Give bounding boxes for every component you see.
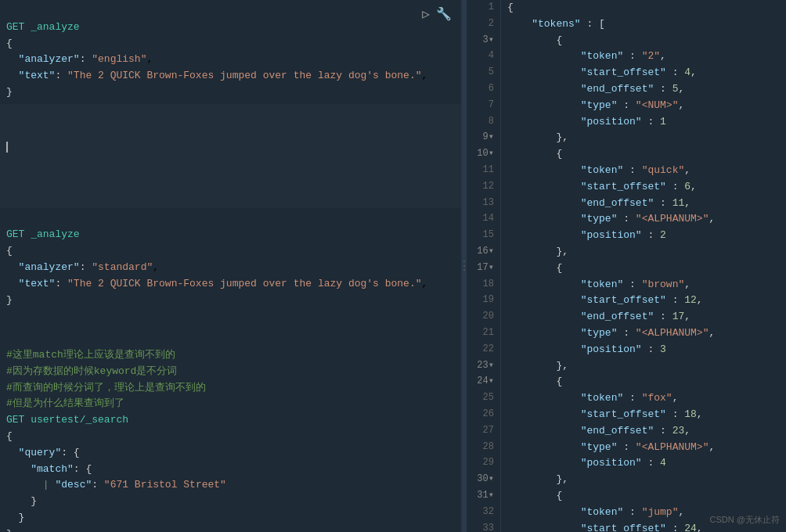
line-number-22: 22 (467, 342, 501, 358)
right-line-26: 26 "start_offset" : 18, (467, 407, 786, 423)
path-2: _analyze (31, 228, 79, 240)
right-line-9: 9▾ }, (467, 130, 786, 146)
right-line-4: 4 "token" : "2", (467, 49, 786, 65)
line-content-1: { (507, 0, 514, 16)
block-1: GET _analyze { "analyzer": "english", "t… (0, 0, 461, 104)
right-line-28: 28 "type" : "<ALPHANUM>", (467, 440, 786, 456)
line-number-6: 6 (467, 81, 501, 98)
watermark: CSDN @无休止符 (710, 514, 780, 526)
line-number-31: 31▾ (467, 488, 501, 505)
line-number-3: 3▾ (467, 33, 501, 49)
line-content-7: "type" : "<NUM>", (507, 98, 684, 114)
line-content-5: "start_offset" : 4, (507, 65, 697, 81)
right-line-6: 6 "end_offset" : 5, (467, 81, 786, 98)
line-number-33: 33 (467, 521, 501, 533)
line-content-27: "end_offset" : 23, (507, 423, 690, 440)
line-number-15: 15 (467, 228, 501, 244)
line-content-9: }, (507, 130, 568, 146)
line-number-28: 28 (467, 440, 501, 456)
right-line-22: 22 "position" : 3 (467, 342, 786, 358)
right-line-5: 5 "start_offset" : 4, (467, 65, 786, 81)
left-panel[interactable]: ▷ 🔧 GET _analyze { "analyzer": "english"… (0, 0, 462, 532)
right-line-2: 2 "tokens" : [ (467, 16, 786, 33)
line-number-21: 21 (467, 325, 501, 342)
line-content-22: "position" : 3 (507, 342, 666, 358)
right-line-8: 8 "position" : 1 (467, 114, 786, 131)
line-content-30: }, (507, 472, 568, 488)
cursor-block (0, 104, 461, 208)
right-code-block: 1{2 "tokens" : [3▾ {4 "token" : "2",5 "s… (467, 0, 786, 532)
block-2: GET _analyze { "analyzer": "standard", "… (0, 208, 461, 329)
line-content-19: "start_offset" : 12, (507, 293, 703, 309)
line-content-16: }, (507, 244, 568, 261)
method-2: GET (6, 228, 24, 240)
line-number-7: 7 (467, 98, 501, 114)
line-number-5: 5 (467, 65, 501, 81)
right-line-16: 16▾ }, (467, 244, 786, 261)
line-number-10: 10▾ (467, 146, 501, 163)
line-number-32: 32 (467, 505, 501, 521)
right-line-10: 10▾ { (467, 146, 786, 163)
line-number-13: 13 (467, 196, 501, 212)
line-number-17: 17▾ (467, 261, 501, 277)
path-3: usertest/_search (31, 414, 128, 426)
line-number-25: 25 (467, 390, 501, 407)
right-line-27: 27 "end_offset" : 23, (467, 423, 786, 440)
line-content-17: { (507, 261, 562, 277)
path-1: _analyze (31, 21, 79, 33)
line-content-28: "type" : "<ALPHANUM>", (507, 440, 715, 456)
line-content-14: "type" : "<ALPHANUM>", (507, 211, 715, 228)
right-line-1: 1{ (467, 0, 786, 16)
line-number-30: 30▾ (467, 472, 501, 488)
line-content-2: "tokens" : [ (507, 16, 605, 33)
wrench-icon[interactable]: 🔧 (436, 6, 452, 22)
line-content-31: { (507, 488, 562, 505)
line-content-26: "start_offset" : 18, (507, 407, 703, 423)
right-line-14: 14 "type" : "<ALPHANUM>", (467, 211, 786, 228)
line-number-1: 1 (467, 0, 501, 16)
line-number-4: 4 (467, 49, 501, 65)
line-content-3: { (507, 33, 562, 49)
right-panel[interactable]: 1{2 "tokens" : [3▾ {4 "token" : "2",5 "s… (467, 0, 786, 532)
line-content-25: "token" : "fox", (507, 390, 678, 407)
line-number-16: 16▾ (467, 244, 501, 261)
play-icon[interactable]: ▷ (422, 6, 430, 22)
line-content-15: "position" : 2 (507, 228, 666, 244)
line-number-12: 12 (467, 179, 501, 196)
line-content-33: "start_offset" : 24, (507, 521, 703, 533)
line-content-10: { (507, 146, 562, 163)
right-line-13: 13 "end_offset" : 11, (467, 196, 786, 212)
line-number-24: 24▾ (467, 374, 501, 390)
toolbar: ▷ 🔧 (422, 6, 452, 22)
right-line-11: 11 "token" : "quick", (467, 163, 786, 179)
line-content-20: "end_offset" : 17, (507, 309, 690, 325)
right-line-29: 29 "position" : 4 (467, 455, 786, 472)
line-number-20: 20 (467, 309, 501, 325)
line-number-27: 27 (467, 423, 501, 440)
line-number-23: 23▾ (467, 358, 501, 375)
line-content-4: "token" : "2", (507, 49, 666, 65)
right-line-15: 15 "position" : 2 (467, 228, 786, 244)
line-number-19: 19 (467, 293, 501, 309)
right-line-30: 30▾ }, (467, 472, 786, 488)
line-number-8: 8 (467, 114, 501, 131)
line-content-32: "token" : "jump", (507, 505, 684, 521)
line-content-23: }, (507, 358, 568, 375)
line-number-11: 11 (467, 163, 501, 179)
line-content-24: { (507, 374, 562, 390)
right-line-17: 17▾ { (467, 261, 786, 277)
line-number-18: 18 (467, 277, 501, 293)
line-number-2: 2 (467, 16, 501, 33)
right-line-19: 19 "start_offset" : 12, (467, 293, 786, 309)
line-content-6: "end_offset" : 5, (507, 81, 684, 98)
right-line-24: 24▾ { (467, 374, 786, 390)
right-line-23: 23▾ }, (467, 358, 786, 375)
right-line-31: 31▾ { (467, 488, 786, 505)
line-content-18: "token" : "brown", (507, 277, 690, 293)
right-line-12: 12 "start_offset" : 6, (467, 179, 786, 196)
right-line-3: 3▾ { (467, 33, 786, 49)
comments-block: #这里match理论上应该是查询不到的 #因为存数据的时候keyword是不分词… (0, 328, 461, 532)
right-line-18: 18 "token" : "brown", (467, 277, 786, 293)
line-number-26: 26 (467, 407, 501, 423)
line-content-8: "position" : 1 (507, 114, 666, 131)
